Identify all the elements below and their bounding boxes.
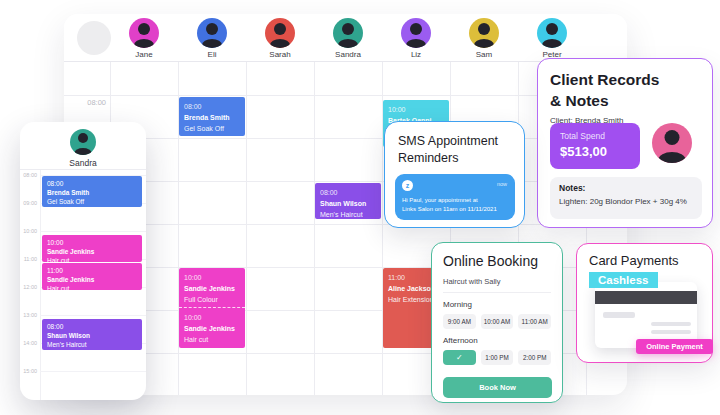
event-time: 10:00 [184,272,240,283]
afternoon-label: Afternoon [443,336,551,345]
grid-line [40,170,41,400]
staff-column-sarah[interactable]: Sarah [246,18,314,59]
event-service: Hair cut [47,256,137,262]
time-gutter-label: 12:00 [21,284,37,290]
slot-button-selected[interactable]: ✓ [443,350,476,365]
slot-button-9am[interactable]: 9:00 AM [443,314,476,329]
calendar-event-sandie-full-colour[interactable]: 10:00 Sandie Jenkins Full Colour [179,268,245,308]
calendar-event-brenda-smith[interactable]: 08:00 Brenda Smith Gel Soak Off [179,97,245,136]
online-payment-button[interactable]: Online Payment [636,339,713,354]
staff-column-sandra[interactable]: Sandra [314,18,382,59]
morning-label: Morning [443,300,551,309]
event-time: 11:00 [47,266,137,275]
avatar-eli [197,18,227,48]
check-icon: ✓ [456,353,463,362]
event-service: Gel Soak Off [47,197,137,206]
slot-button-11am[interactable]: 11:00 AM [518,314,551,329]
event-client: Sandie Jenkins [47,247,137,256]
marketing-composition: Jane Eli Sarah Sandra Liz Sam [0,0,720,415]
grid-line [40,315,146,316]
sms-sender-logo-icon: z [402,180,413,191]
time-gutter-label: 15:00 [21,368,37,374]
event-service: Gel Soak Off [184,123,240,134]
event-client: Brenda Smith [184,112,240,123]
afternoon-slot-row: ✓ 1:00 PM 2:00 PM [443,350,551,365]
calendar-staff-header: Jane Eli Sarah Sandra Liz Sam [64,14,627,62]
staff-column-peter[interactable]: Peter [518,18,586,59]
event-time: 08:00 [47,322,137,331]
event-client: Sandie Jenkins [47,275,137,284]
phone-event-shaun-wilson[interactable]: 08:00 Shaun Wilson Men's Haircut [42,319,142,350]
booking-card-title: Online Booking [443,253,551,269]
card-payments-card: Card Payments Cashless Online Payment [576,243,713,363]
event-client: Brenda Smith [47,188,137,197]
event-service: Full Colour [184,294,240,305]
grid-line [40,231,146,232]
client-card-title: Client Records & Notes [550,69,700,111]
cashless-badge: Cashless [589,272,658,288]
staff-name: Liz [382,50,450,59]
phone-event-brenda-smith[interactable]: 08:00 Brenda Smith Gel Soak Off [42,176,142,207]
slot-button-2pm[interactable]: 2:00 PM [518,350,551,365]
time-gutter-label: 09:00 [21,200,37,206]
time-gutter-label: 13:00 [21,312,37,318]
event-time: 08:00 [184,101,240,112]
staff-column-liz[interactable]: Liz [382,18,450,59]
avatar-peter [537,18,567,48]
avatar-sandra-phone [70,129,96,155]
phone-event-sandie-11[interactable]: 11:00 Sandie Jenkins Hair cut [42,263,142,290]
staff-name: Sandra [314,50,382,59]
time-gutter-label: 14:00 [21,340,37,346]
booking-service-label: Haircut with Sally [443,277,551,293]
mobile-schedule-card: Sandra 08:00 09:00 10:00 11:00 12:00 13:… [20,122,146,400]
avatar-sam [469,18,499,48]
event-client: Sandie Jenkins [184,323,240,334]
slot-button-10am[interactable]: 10:00 AM [481,314,514,329]
credit-card-detail-bar [603,312,635,318]
sms-card-title: SMS Appointment Reminders [398,133,511,167]
event-time: 10:00 [388,104,444,115]
client-title-line1: Client Records [550,69,700,90]
online-booking-card: Online Booking Haircut with Sally Mornin… [431,242,563,403]
client-title-line2: & Notes [550,90,700,111]
sms-timestamp: now [497,181,507,187]
event-time: 08:00 [47,179,137,188]
credit-card-detail-bar [651,330,691,334]
staff-column-eli[interactable]: Eli [178,18,246,59]
sms-reminders-card: SMS Appointment Reminders z now Hi Paul,… [384,121,525,228]
event-client: Shaun Wilson [47,331,137,340]
credit-card-stripe [595,291,697,304]
staff-column-jane[interactable]: Jane [110,18,178,59]
sms-title-line1: SMS Appointment [398,133,511,150]
credit-card-detail-bar [651,322,691,326]
notes-label: Notes: [559,183,693,193]
time-gutter-label: 10:00 [21,228,37,234]
avatar-liz [401,18,431,48]
logo-placeholder-circle [77,21,111,55]
event-service: Hair cut [184,334,240,345]
calendar-event-sandie-hair-cut[interactable]: 10:00 Sandie Jenkins Hair cut [179,308,245,348]
event-service: Men's Haircut [47,340,137,349]
event-service: Hair cut [47,284,137,290]
slot-button-1pm[interactable]: 1:00 PM [481,350,514,365]
payments-card-title: Card Payments [589,253,679,268]
morning-slot-row: 9:00 AM 10:00 AM 11:00 AM [443,314,551,329]
time-gutter-label: 08:00 [70,98,106,107]
total-spend-label: Total Spend [560,131,630,141]
calendar-event-shaun-wilson[interactable]: 08:00 Shaun Wilson Men's Haircut [315,183,381,219]
client-notes-box: Notes: Lighten: 20g Blondor Plex + 30g 4… [550,177,702,219]
phone-event-sandie-10[interactable]: 10:00 Sandie Jenkins Hair cut [42,235,142,262]
staff-name: Jane [110,50,178,59]
book-now-button[interactable]: Book Now [443,377,552,398]
staff-name: Sam [450,50,518,59]
total-spend-box: Total Spend $513,00 [550,123,640,169]
grid-line [40,371,146,372]
notes-text: Lighten: 20g Blondor Plex + 30g 4% [559,197,693,206]
calendar-event-group-sandie: 10:00 Sandie Jenkins Full Colour 10:00 S… [179,268,245,348]
sms-message-line2: Links Salon on 11am on 11/11/2021 [402,205,510,214]
avatar-sandra [333,18,363,48]
staff-column-sam[interactable]: Sam [450,18,518,59]
phone-staff-name: Sandra [20,158,146,168]
staff-name: Eli [178,50,246,59]
sms-title-line2: Reminders [398,150,511,167]
